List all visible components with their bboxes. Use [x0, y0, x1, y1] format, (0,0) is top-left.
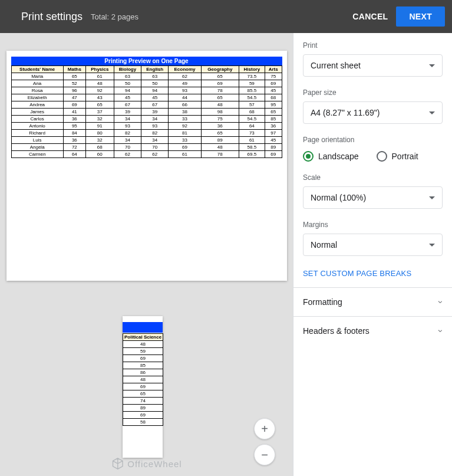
table-cell: 50 — [114, 80, 141, 87]
table-cell: Richard — [11, 130, 63, 137]
table-cell: 48 — [85, 80, 114, 87]
chevron-down-icon: › — [437, 301, 446, 304]
table-cell: 62 — [141, 151, 169, 158]
table-cell: 61 — [85, 73, 114, 80]
table-cell: 37 — [85, 109, 114, 116]
table-cell: 89 — [201, 137, 239, 144]
table-cell: 61 — [239, 137, 265, 144]
print-settings-sidebar: Print Current sheet Paper size A4 (8.27"… — [293, 33, 452, 476]
radio-checked-icon — [303, 151, 314, 162]
table-cell: 58 — [123, 419, 163, 426]
table-cell: 41 — [63, 109, 85, 116]
table-cell: 45 — [114, 94, 141, 101]
next-button[interactable]: NEXT — [396, 6, 445, 27]
table-cell: 89 — [265, 144, 282, 151]
table-cell: James — [11, 109, 63, 116]
table-cell: Luis — [11, 137, 63, 144]
table-cell: 69 — [169, 144, 202, 151]
orientation-landscape-radio[interactable]: Landscape — [303, 151, 359, 162]
table-cell: 65 — [63, 73, 85, 80]
table-cell: 85 — [265, 116, 282, 123]
table-cell: 59 — [239, 80, 265, 87]
table-cell: 50 — [141, 80, 169, 87]
table-cell: 69 — [265, 151, 282, 158]
table-cell: 34 — [114, 116, 141, 123]
table-row: 58 — [123, 419, 163, 426]
table-cell: 74 — [123, 398, 163, 405]
table-cell: Carlos — [11, 116, 63, 123]
page2-header: Political Science — [123, 334, 163, 341]
zoom-out-button[interactable]: − — [254, 444, 275, 465]
table-cell: 63 — [114, 73, 141, 80]
table-cell: 68 — [239, 109, 265, 116]
table-row: Angela72687070694858.589 — [11, 144, 282, 151]
table-row: 48 — [123, 341, 163, 348]
headers-footers-section-toggle[interactable]: Headers & footers › — [293, 316, 452, 345]
table-row: Richard8480828281657397 — [11, 130, 282, 137]
table-cell: 69 — [63, 101, 85, 109]
table-cell: 93 — [114, 123, 141, 130]
table-row: Antonio9591939392366436 — [11, 123, 282, 130]
table-cell: 33 — [169, 116, 202, 123]
table-row: 65 — [123, 390, 163, 398]
paper-size-select[interactable]: A4 (8.27" x 11.69") — [303, 101, 443, 124]
table-cell: Carmen — [11, 151, 63, 158]
table-cell: 52 — [63, 80, 85, 87]
table-cell: 65 — [201, 73, 239, 80]
table-row: 48 — [123, 376, 163, 383]
table-cell: 85.5 — [239, 87, 265, 94]
table-cell: 69 — [123, 383, 163, 390]
table-cell: 81 — [169, 130, 202, 137]
preview-table-1: Students' NameMathsPhysicsBiologyEnglish… — [11, 65, 282, 158]
table-cell: 97 — [265, 130, 282, 137]
table-cell: 59 — [123, 348, 163, 355]
table-header: History — [239, 66, 265, 73]
set-custom-page-breaks-link[interactable]: SET CUSTOM PAGE BREAKS — [293, 260, 452, 287]
print-target-select[interactable]: Current sheet — [303, 54, 443, 77]
table-cell: 65 — [201, 94, 239, 101]
table-row: James4137393938986865 — [11, 109, 282, 116]
table-header: Biology — [114, 66, 141, 73]
table-cell: 47 — [63, 94, 85, 101]
table-cell: 36 — [265, 123, 282, 130]
caret-down-icon — [429, 64, 435, 67]
minus-icon: − — [261, 448, 268, 462]
preview-page2-band — [123, 322, 163, 333]
scale-value: Normal (100%) — [311, 193, 366, 202]
table-cell: Angela — [11, 144, 63, 151]
table-cell: 94 — [114, 87, 141, 94]
table-row: 59 — [123, 348, 163, 355]
caret-down-icon — [429, 196, 435, 199]
table-cell: 62 — [114, 151, 141, 158]
table-cell: 48 — [201, 101, 239, 109]
margins-select[interactable]: Normal — [303, 234, 443, 256]
paper-size-label: Paper size — [303, 88, 443, 97]
cancel-button[interactable]: CANCEL — [344, 7, 396, 26]
table-row: 69 — [123, 383, 163, 390]
table-header: Geography — [201, 66, 239, 73]
radio-unchecked-icon — [377, 151, 387, 162]
table-cell: 34 — [114, 137, 141, 144]
scale-select[interactable]: Normal (100%) — [303, 186, 443, 209]
preview-page-2: Political Science 4859698586486965748969… — [123, 316, 163, 458]
table-cell: 64 — [239, 123, 265, 130]
table-cell: 84 — [63, 130, 85, 137]
caret-down-icon — [429, 111, 435, 114]
table-row: 69 — [123, 355, 163, 362]
formatting-section-toggle[interactable]: Formatting › — [293, 287, 452, 316]
zoom-in-button[interactable]: + — [254, 418, 275, 439]
orientation-label: Page orientation — [303, 136, 443, 144]
table-cell: 91 — [85, 123, 114, 130]
table-cell: 45 — [265, 137, 282, 144]
table-cell: 78 — [201, 87, 239, 94]
table-cell: 94 — [141, 87, 169, 94]
page-title: Print settings — [7, 11, 83, 23]
margins-label: Margins — [303, 221, 443, 229]
table-cell: 73 — [239, 130, 265, 137]
table-cell: 36 — [201, 123, 239, 130]
table-cell: 39 — [141, 109, 169, 116]
table-cell: 48 — [123, 376, 163, 383]
orientation-portrait-radio[interactable]: Portrait — [377, 151, 418, 162]
table-cell: Ana — [11, 80, 63, 87]
table-cell: 45 — [265, 87, 282, 94]
